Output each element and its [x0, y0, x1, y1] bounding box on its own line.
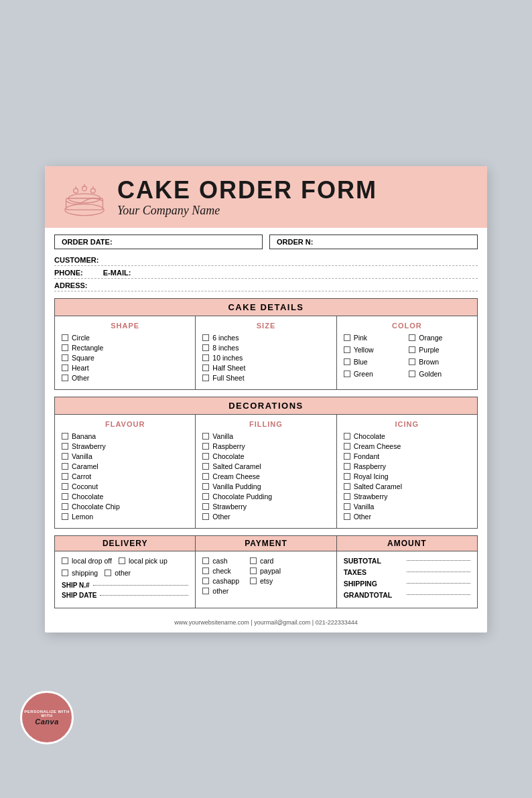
- svg-point-5: [90, 188, 95, 193]
- color-green[interactable]: Green: [344, 370, 405, 378]
- payment-right: card paypal etsy: [250, 557, 281, 597]
- shape-other[interactable]: Other: [62, 374, 188, 382]
- shape-square[interactable]: Square: [62, 354, 188, 362]
- flavour-vanilla[interactable]: Vanilla: [62, 452, 188, 460]
- color-golden[interactable]: Golden: [409, 370, 470, 378]
- icing-fondant[interactable]: Fondant: [344, 452, 470, 460]
- delivery-col: DELIVERY local drop off local pick up sh…: [55, 536, 196, 608]
- customer-section: CUSTOMER: PHONE: E-MAIL: ADRESS:: [45, 249, 487, 291]
- payment-other[interactable]: other: [202, 587, 239, 595]
- email-label: E-MAIL:: [103, 269, 131, 277]
- shape-circle-checkbox[interactable]: [62, 334, 68, 341]
- flavour-banana[interactable]: Banana: [62, 432, 188, 440]
- payment-card[interactable]: card: [250, 557, 281, 565]
- icing-chocolate[interactable]: Chocolate: [344, 432, 470, 440]
- color-brown[interactable]: Brown: [409, 358, 470, 366]
- color-yellow[interactable]: Yellow: [344, 346, 405, 354]
- shape-col: SHAPE Circle Rectangle Square Heart Othe…: [55, 316, 196, 389]
- icing-raspberry[interactable]: Raspberry: [344, 462, 470, 470]
- filling-vanilla[interactable]: Vanilla: [202, 432, 329, 440]
- icing-salted-caramel[interactable]: Salted Caramel: [344, 482, 470, 490]
- size-full[interactable]: Full Sheet: [202, 374, 329, 382]
- delivery-shipping[interactable]: shipping: [62, 569, 98, 577]
- filling-chocolate-pudding[interactable]: Chocolate Pudding: [202, 492, 329, 501]
- shape-heart[interactable]: Heart: [62, 364, 188, 372]
- canva-logo-text: Canva: [35, 718, 59, 726]
- svg-point-3: [74, 188, 78, 193]
- size-title: SIZE: [202, 322, 329, 330]
- company-name: Your Company Name: [117, 204, 377, 218]
- flavour-chocolate[interactable]: Chocolate: [62, 492, 188, 501]
- order-date-field[interactable]: ORDER DATE:: [54, 235, 263, 249]
- cake-icon: [61, 178, 108, 218]
- size-8[interactable]: 8 inches: [202, 344, 329, 352]
- payment-col: PAYMENT cash check cashapp other card pa…: [196, 536, 336, 608]
- shipping-row: SHIPPING: [344, 580, 470, 588]
- flavour-chocolate-chip[interactable]: Chocolate Chip: [62, 503, 188, 511]
- ship-date-label: SHIP DATE: [62, 592, 96, 599]
- flavour-strawberry[interactable]: Strawberry: [62, 442, 188, 450]
- header: CAKE ORDER FORM Your Company Name: [45, 166, 487, 228]
- size-half[interactable]: Half Sheet: [202, 364, 329, 372]
- flavour-coconut[interactable]: Coconut: [62, 482, 188, 490]
- header-text: CAKE ORDER FORM Your Company Name: [117, 178, 377, 218]
- shape-square-checkbox[interactable]: [62, 354, 68, 361]
- form-page: CAKE ORDER FORM Your Company Name ORDER …: [45, 166, 487, 633]
- canva-badge: PERSONALIZE WITH WITH Canva: [20, 691, 74, 744]
- payment-cash[interactable]: cash: [202, 557, 239, 565]
- delivery-other[interactable]: other: [105, 569, 131, 577]
- ship-no-line: SHIP N.#: [62, 582, 188, 589]
- flavour-col: FLAVOUR Banana Strawberry Vanilla Carame…: [55, 415, 196, 528]
- shape-circle[interactable]: Circle: [62, 334, 188, 342]
- payment-title: PAYMENT: [196, 536, 336, 551]
- filling-col: FILLING Vanilla Raspberry Chocolate Salt…: [196, 415, 336, 528]
- color-title: COLOR: [344, 322, 470, 330]
- payment-etsy[interactable]: etsy: [250, 577, 281, 585]
- filling-salted-caramel[interactable]: Salted Caramel: [202, 462, 329, 470]
- flavour-caramel[interactable]: Caramel: [62, 462, 188, 470]
- delivery-title: DELIVERY: [55, 536, 195, 551]
- size-6[interactable]: 6 inches: [202, 334, 329, 342]
- shipping-label: SHIPPING: [344, 580, 407, 588]
- amount-title: AMOUNT: [337, 536, 477, 551]
- icing-other[interactable]: Other: [344, 513, 470, 521]
- shape-heart-checkbox[interactable]: [62, 364, 68, 371]
- order-number-field[interactable]: ORDER N:: [269, 235, 478, 249]
- shape-rectangle-checkbox[interactable]: [62, 344, 68, 351]
- delivery-row1: local drop off local pick up: [62, 557, 188, 567]
- order-meta: ORDER DATE: ORDER N:: [45, 228, 487, 249]
- flavour-lemon[interactable]: Lemon: [62, 513, 188, 521]
- icing-col: ICING Chocolate Cream Cheese Fondant Ras…: [337, 415, 477, 528]
- filling-strawberry[interactable]: Strawberry: [202, 503, 329, 511]
- size-10[interactable]: 10 inches: [202, 354, 329, 362]
- taxes-row: TAXES: [344, 568, 470, 576]
- decorations-section: DECORATIONS FLAVOUR Banana Strawberry Va…: [54, 397, 478, 529]
- payment-paypal[interactable]: paypal: [250, 567, 281, 575]
- filling-vanilla-pudding[interactable]: Vanilla Pudding: [202, 482, 329, 490]
- size-col: SIZE 6 inches 8 inches 10 inches Half Sh…: [196, 316, 336, 389]
- filling-raspberry[interactable]: Raspberry: [202, 442, 329, 450]
- amount-col: AMOUNT SUBTOTAL TAXES SHIPPING GRANDTOTA…: [337, 536, 477, 608]
- color-blue[interactable]: Blue: [344, 358, 405, 366]
- customer-label: CUSTOMER:: [54, 256, 98, 264]
- filling-other[interactable]: Other: [202, 513, 329, 521]
- payment-cashapp[interactable]: cashapp: [202, 577, 239, 585]
- icing-strawberry[interactable]: Strawberry: [344, 492, 470, 501]
- decorations-columns: FLAVOUR Banana Strawberry Vanilla Carame…: [55, 415, 477, 528]
- color-orange[interactable]: Orange: [409, 334, 470, 342]
- delivery-local-dropoff[interactable]: local drop off: [62, 557, 112, 565]
- filling-chocolate[interactable]: Chocolate: [202, 452, 329, 460]
- shape-other-checkbox[interactable]: [62, 375, 68, 381]
- delivery-local-pickup[interactable]: local pick up: [119, 557, 168, 565]
- filling-cream-cheese[interactable]: Cream Cheese: [202, 472, 329, 480]
- color-purple[interactable]: Purple: [409, 346, 470, 354]
- form-title: CAKE ORDER FORM: [117, 178, 377, 202]
- delivery-row2: shipping other: [62, 569, 188, 579]
- icing-vanilla[interactable]: Vanilla: [344, 503, 470, 511]
- payment-check[interactable]: check: [202, 567, 239, 575]
- flavour-carrot[interactable]: Carrot: [62, 472, 188, 480]
- shape-rectangle[interactable]: Rectangle: [62, 344, 188, 352]
- icing-cream-cheese[interactable]: Cream Cheese: [344, 442, 470, 450]
- color-pink[interactable]: Pink: [344, 334, 405, 342]
- icing-royal[interactable]: Royal Icing: [344, 472, 470, 480]
